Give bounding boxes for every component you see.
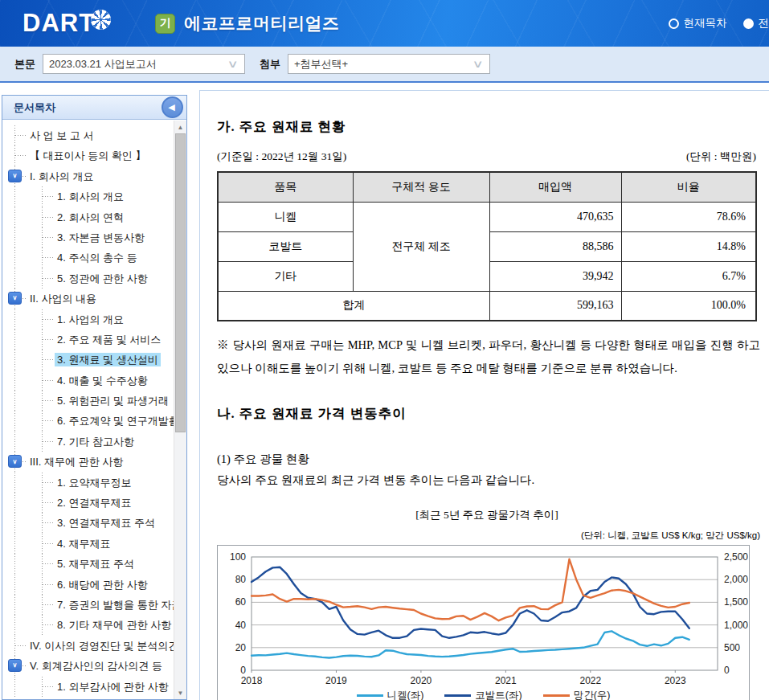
- cell-amount: 470,635: [489, 202, 621, 231]
- main-doc-label: 본문: [14, 57, 35, 72]
- cell-ratio: 6.7%: [621, 261, 756, 291]
- tree-item-label[interactable]: 1. 회사의 개요: [55, 190, 126, 203]
- table-header-row: 품목 구체적 용도 매입액 비율: [218, 172, 756, 202]
- svg-text:2023: 2023: [665, 675, 686, 686]
- tree-item-label[interactable]: 5. 재무제표 주석: [55, 557, 137, 571]
- tree-item: 2. 주요 제품 및 서비스: [2, 330, 174, 350]
- tree-item: 5. 재무제표 주석: [2, 554, 174, 574]
- tree-item: ∨III. 재무에 관한 사항: [2, 452, 174, 472]
- tree-item-label[interactable]: 3. 연결재무제표 주석: [55, 516, 157, 530]
- tree-item: IV. 이사의 경영진단 및 분석의견: [2, 636, 174, 656]
- tree-item-label[interactable]: 【 대표이사 등의 확인 】: [27, 149, 148, 162]
- svg-text:20: 20: [235, 642, 247, 653]
- tree-item: 1. 회사의 개요: [2, 186, 174, 207]
- legend-entry: 코발트(좌): [444, 689, 522, 700]
- tree-item-label[interactable]: 7. 증권의 발행을 통한 자금조달: [55, 598, 174, 612]
- document-toolbar: 본문 2023.03.21 사업보고서 ∨ 첨부 +첨부선택+ ∨: [0, 47, 769, 83]
- main-doc-select[interactable]: 2023.03.21 사업보고서 ∨: [43, 54, 245, 74]
- tree-item-label[interactable]: 8. 기타 재무에 관한 사항: [55, 618, 174, 632]
- attachment-select-value: +첨부선택+: [294, 57, 348, 72]
- tree-expander-icon[interactable]: ∨: [8, 659, 22, 672]
- cell-amount: 39,942: [489, 261, 621, 291]
- tree-item-label[interactable]: 2. 주요 제품 및 서비스: [55, 333, 163, 346]
- tree-item: 1. 사업의 개요: [2, 309, 174, 330]
- tree-expander-icon[interactable]: ∨: [8, 170, 22, 182]
- tree-item-label[interactable]: 7. 기타 참고사항: [55, 435, 137, 448]
- tree-item-label[interactable]: V. 회계감사인의 감사의견 등: [27, 659, 165, 673]
- tree-item-label[interactable]: 4. 매출 및 수주상황: [55, 374, 150, 387]
- radio-unselected-icon[interactable]: [669, 18, 679, 29]
- sidebar-collapse-button[interactable]: ◀: [162, 96, 183, 118]
- tree-item: ∨V. 회계감사인의 감사의견 등: [2, 656, 174, 676]
- legend-line-icon: [543, 694, 570, 697]
- radio-current-toc[interactable]: 현재목차: [669, 16, 727, 31]
- svg-text:2,000: 2,000: [724, 574, 748, 585]
- tree-item-label[interactable]: 5. 위험관리 및 파생거래: [55, 394, 171, 407]
- cell-item: 코발트: [218, 231, 353, 261]
- tree-item-label[interactable]: 1. 외부감사에 관한 사항: [55, 680, 171, 694]
- total-amount: 599,163: [489, 291, 621, 321]
- tree-item-label[interactable]: 3. 자본금 변동사항: [55, 231, 147, 244]
- tree-item: 1. 외부감사에 관한 사항: [2, 677, 174, 697]
- tree-item-label[interactable]: IV. 이사의 경영진단 및 분석의견: [27, 639, 174, 653]
- tree-item-label[interactable]: 4. 재무제표: [55, 537, 112, 551]
- tree-item-label[interactable]: 2. 회사의 연혁: [55, 211, 126, 224]
- scrollbar-thumb[interactable]: [175, 133, 186, 432]
- tree-item-label[interactable]: 사 업 보 고 서: [27, 129, 96, 142]
- svg-text:0: 0: [724, 665, 730, 676]
- legend-label: 코발트(좌): [475, 689, 522, 700]
- svg-text:500: 500: [724, 642, 740, 653]
- scroll-up-icon[interactable]: ▲: [174, 121, 186, 133]
- col-header-amount: 매입액: [489, 172, 621, 202]
- tree-item: 2. 회사의 연혁: [2, 207, 174, 227]
- chart-plot: 02040608010005001,0001,5002,0002,5002018…: [218, 546, 751, 700]
- legend-label: 망간(우): [574, 689, 611, 700]
- tree-item-label-selected[interactable]: 3. 원재료 및 생산설비: [55, 353, 161, 366]
- tree-item-label[interactable]: 6. 배당에 관한 사항: [55, 578, 150, 592]
- svg-text:2,500: 2,500: [724, 551, 748, 563]
- radio-selected-icon[interactable]: [743, 18, 754, 29]
- svg-text:60: 60: [235, 596, 247, 608]
- tree-item-label[interactable]: 1. 사업의 개요: [55, 313, 126, 326]
- tree-item-label[interactable]: 1. 요약재무정보: [55, 476, 133, 489]
- unit-note: (단위 : 백만원): [686, 149, 756, 164]
- section-b-title: 나. 주요 원재료 가격 변동추이: [217, 405, 756, 423]
- attachment-select[interactable]: +첨부선택+ ∨: [288, 54, 490, 74]
- sidebar-scrollbar[interactable]: ▲ ▼: [174, 121, 186, 699]
- tree-item-label[interactable]: 2. 연결재무제표: [55, 496, 133, 510]
- svg-text:2019: 2019: [325, 675, 347, 686]
- svg-text:1,500: 1,500: [724, 596, 748, 608]
- tree-item: 5. 정관에 관한 사항: [2, 268, 174, 289]
- tree-item-label[interactable]: 4. 주식의 총수 등: [55, 251, 140, 264]
- subsection-1-title: (1) 주요 광물 현황: [217, 452, 756, 467]
- tree-item-label[interactable]: 6. 주요계약 및 연구개발활동: [55, 414, 174, 428]
- radio-full-toc-label: 전: [759, 16, 769, 31]
- tree-expander-icon[interactable]: ∨: [8, 455, 22, 468]
- radio-full-toc[interactable]: 전: [743, 16, 769, 31]
- document-toc-sidebar: 문서목차 ◀ 사 업 보 고 서【 대표이사 등의 확인 】∨I. 회사의 개요…: [2, 95, 187, 700]
- table-row: 니켈 전구체 제조 470,635 78.6%: [218, 202, 756, 231]
- table-meta-row: (기준일 : 2022년 12월 31일) (단위 : 백만원): [217, 149, 756, 164]
- toc-mode-radios: 현재목차 전: [669, 16, 769, 31]
- radio-current-toc-label: 현재목차: [684, 16, 727, 31]
- periodic-report-badge: 기: [155, 14, 175, 34]
- tree-expander-icon[interactable]: ∨: [8, 292, 22, 305]
- tree-item-label[interactable]: III. 재무에 관한 사항: [27, 455, 125, 469]
- tree-item: 6. 주요계약 및 연구개발활동: [2, 411, 174, 431]
- tree-item-label[interactable]: II. 사업의 내용: [27, 292, 99, 305]
- chart-legend: 니켈(좌)코발트(좌)망간(우): [218, 689, 749, 700]
- tree-item-label[interactable]: 5. 정관에 관한 사항: [55, 272, 150, 285]
- dart-viewer-window: DART 기 에코프로머티리얼즈 현재목차 전 본문 2023.03.21 사업…: [0, 0, 769, 700]
- dart-logo[interactable]: DART: [22, 9, 111, 38]
- chart-caption: [최근 5년 주요 광물가격 추이]: [217, 508, 757, 522]
- tree-item: 5. 위험관리 및 파생거래: [2, 391, 174, 411]
- tree-item: 7. 증권의 발행을 통한 자금조달: [2, 595, 174, 615]
- svg-text:100: 100: [230, 551, 246, 563]
- sidebar-header: 문서목차 ◀: [2, 96, 186, 120]
- legend-line-icon: [357, 694, 383, 697]
- tree-item: 3. 연결재무제표 주석: [2, 513, 174, 533]
- tree-item-label[interactable]: I. 회사의 개요: [27, 170, 96, 183]
- svg-text:40: 40: [235, 620, 247, 631]
- scroll-down-icon[interactable]: ▼: [174, 687, 186, 698]
- document-content: 가. 주요 원재료 현황 (기준일 : 2022년 12월 31일) (단위 :…: [199, 90, 769, 700]
